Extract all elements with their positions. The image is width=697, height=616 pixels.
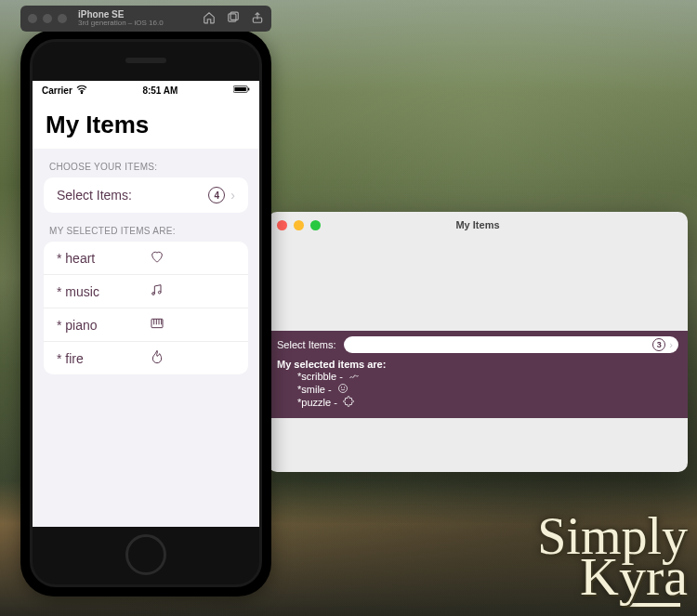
- wifi-icon: [76, 85, 87, 96]
- selected-header: My selected items are:: [277, 359, 678, 370]
- item-label: * heart: [57, 251, 150, 266]
- section-choose-header: CHOOSE YOUR ITEMS:: [33, 149, 259, 177]
- music-icon: [150, 282, 164, 300]
- piano-icon: [150, 316, 164, 334]
- svg-point-3: [81, 92, 82, 93]
- select-items-row[interactable]: Select Items: 3 ›: [277, 336, 678, 353]
- select-pill[interactable]: 3 ›: [344, 336, 678, 353]
- svg-rect-5: [234, 87, 245, 91]
- mac-window: My Items Select Items: 3 › My selected i…: [268, 212, 688, 472]
- item-label: * fire: [57, 351, 150, 366]
- simulator-title: iPhone SE 3rd generation – iOS 16.0: [78, 9, 164, 28]
- screenshot-icon[interactable]: [227, 11, 240, 26]
- count-badge: 3: [652, 338, 665, 351]
- battery-icon: [233, 85, 250, 96]
- traffic-minimize[interactable]: [43, 14, 52, 23]
- puzzle-icon: [343, 396, 354, 409]
- home-button[interactable]: [125, 534, 166, 575]
- phone-speaker: [125, 58, 166, 63]
- item-label: *scribble -: [297, 371, 343, 382]
- select-items-label: Select Items:: [277, 339, 336, 350]
- clock-label: 8:51 AM: [142, 85, 178, 96]
- count-badge: 4: [208, 187, 225, 203]
- traffic-close[interactable]: [28, 14, 37, 23]
- traffic-close[interactable]: [277, 220, 287, 230]
- mac-titlebar[interactable]: My Items: [268, 212, 688, 238]
- list-item: *puzzle -: [277, 396, 678, 409]
- iphone-frame: Carrier 8:51 AM My Items CHOOSE YOUR ITE…: [20, 30, 271, 596]
- svg-point-11: [341, 387, 342, 388]
- selected-items-list: * heart * music * piano * fire: [44, 242, 248, 374]
- list-item: * heart: [44, 242, 248, 275]
- list-item: *scribble -: [277, 370, 678, 383]
- svg-rect-6: [248, 88, 249, 91]
- item-label: * music: [57, 284, 150, 299]
- carrier-label: Carrier: [42, 85, 72, 96]
- content-band: Select Items: 3 › My selected items are:…: [268, 331, 688, 418]
- chevron-right-icon: ›: [669, 339, 673, 350]
- scribble-icon: [348, 370, 360, 383]
- simulator-toolbar: iPhone SE 3rd generation – iOS 16.0: [20, 6, 271, 32]
- section-selected-header: MY SELECTED ITEMS ARE:: [33, 213, 259, 242]
- item-label: *smile -: [297, 384, 332, 395]
- heart-icon: [150, 249, 164, 267]
- traffic-zoom[interactable]: [58, 14, 67, 23]
- flame-icon: [150, 349, 164, 367]
- smile-icon: [337, 383, 348, 396]
- phone-screen: Carrier 8:51 AM My Items CHOOSE YOUR ITE…: [33, 81, 259, 527]
- chevron-right-icon: ›: [230, 188, 235, 203]
- traffic-zoom[interactable]: [310, 220, 321, 230]
- select-items-row[interactable]: Select Items: 4 ›: [44, 177, 248, 213]
- list-item: * fire: [44, 342, 248, 374]
- status-bar: Carrier 8:51 AM: [33, 81, 259, 99]
- home-icon[interactable]: [203, 11, 216, 26]
- svg-point-8: [158, 291, 161, 294]
- list-item: * piano: [44, 308, 248, 342]
- item-label: * piano: [57, 318, 150, 333]
- device-subtitle: 3rd generation – iOS 16.0: [78, 20, 164, 28]
- list-item: * music: [44, 275, 248, 308]
- share-icon[interactable]: [251, 11, 264, 26]
- svg-point-10: [338, 385, 347, 393]
- select-items-label: Select Items:: [57, 188, 208, 203]
- svg-point-7: [152, 293, 155, 295]
- svg-point-12: [344, 387, 345, 388]
- list-item: *smile -: [277, 383, 678, 396]
- window-title: My Items: [268, 219, 688, 230]
- page-title: My Items: [33, 99, 259, 149]
- traffic-minimize[interactable]: [294, 220, 304, 230]
- item-label: *puzzle -: [297, 397, 337, 408]
